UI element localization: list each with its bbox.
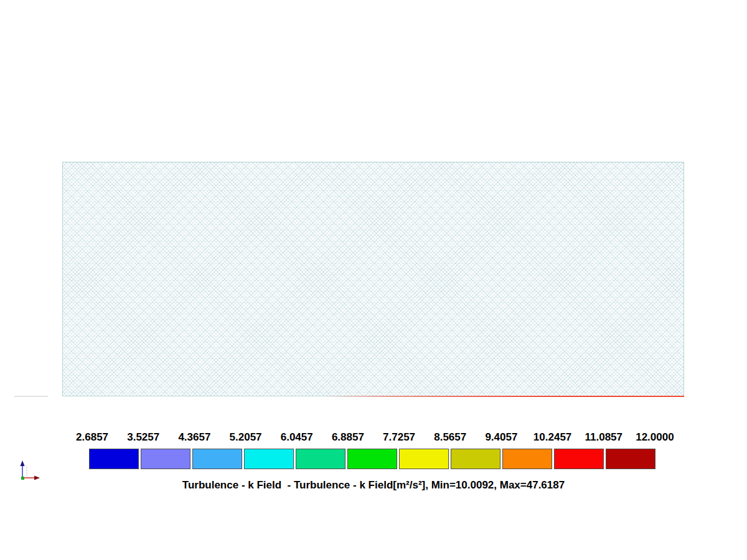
legend-tick-label: 9.4057 [476, 431, 527, 444]
legend-tick-labels: 2.6857 3.5257 4.3657 5.2057 6.0457 6.885… [67, 431, 680, 444]
legend-caption: Turbulence - k Field - Turbulence - k Fi… [0, 479, 747, 492]
z-axis-arrow-icon [21, 460, 25, 478]
legend-tick-label: 12.0000 [629, 431, 680, 444]
legend-tick-label: 3.5257 [118, 431, 169, 444]
legend-swatch [244, 449, 294, 469]
wall-segment [14, 396, 48, 397]
legend-swatch [554, 449, 604, 469]
triad-shadow [27, 465, 39, 478]
legend-swatch [89, 449, 139, 469]
legend-swatch [347, 449, 397, 469]
legend-swatch [141, 449, 190, 469]
legend-tick-label: 10.2457 [527, 431, 578, 444]
legend-swatch [502, 449, 552, 469]
legend-tick-label: 6.8857 [322, 431, 374, 444]
legend-tick-label: 4.3657 [169, 431, 220, 444]
legend-swatch [399, 449, 449, 469]
heated-wall-highlight [324, 396, 684, 397]
render-viewport[interactable]: 2.6857 3.5257 4.3657 5.2057 6.0457 6.885… [0, 0, 747, 560]
mesh-domain [62, 162, 684, 396]
legend-tick-label: 2.6857 [67, 431, 118, 444]
legend-tick-label: 6.0457 [271, 431, 322, 444]
legend-swatch-bar [89, 449, 655, 469]
legend-swatch [451, 449, 500, 469]
legend-tick-label: 11.0857 [578, 431, 629, 444]
legend-tick-label: 7.7257 [374, 431, 425, 444]
legend-swatch [192, 449, 242, 469]
legend-tick-label: 8.5657 [425, 431, 476, 444]
legend-swatch [296, 449, 345, 469]
legend-tick-label: 5.2057 [220, 431, 271, 444]
legend-swatch [606, 449, 655, 469]
